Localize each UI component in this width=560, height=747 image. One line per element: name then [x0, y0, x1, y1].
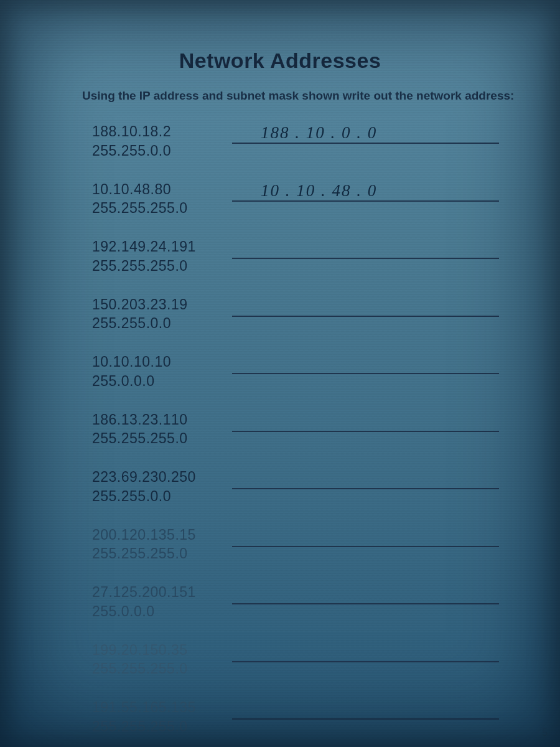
- ip-address: 10.10.10.10: [92, 353, 232, 371]
- problem-list: 188.10.18.2 255.255.0.0 188 . 10 . 0 . 0…: [92, 123, 504, 747]
- answer-rule: [232, 661, 499, 662]
- answer-cell[interactable]: 10 . 10 . 48 . 0: [232, 181, 504, 203]
- ip-address: 27.125.200.151: [92, 583, 232, 601]
- ip-address: 188.10.18.2: [92, 123, 232, 141]
- subnet-mask: 255.0.0.0: [92, 372, 232, 390]
- answer-rule: [232, 488, 499, 489]
- answer-rule: [232, 718, 499, 720]
- problem-row: 223.69.230.250 255.255.0.0: [92, 468, 504, 505]
- subnet-mask: 255.255.255.0: [92, 199, 232, 217]
- subnet-mask: 255.255.255.0: [92, 718, 232, 736]
- ip-address: 192.149.24.191: [92, 238, 232, 256]
- subnet-mask: 255.255.255.0: [92, 660, 232, 678]
- subnet-mask: 255.255.0.0: [92, 487, 232, 505]
- problem-row: 150.203.23.19 255.255.0.0: [92, 296, 504, 333]
- problem-row: 188.10.18.2 255.255.0.0 188 . 10 . 0 . 0: [92, 123, 504, 160]
- ip-mask-cell: 200.120.135.15 255.255.255.0: [92, 526, 232, 563]
- answer-cell[interactable]: 188 . 10 . 0 . 0: [232, 123, 504, 145]
- subnet-mask: 255.255.0.0: [92, 314, 232, 332]
- ip-address: 10.10.48.80: [92, 181, 232, 199]
- subnet-mask: 255.255.255.0: [92, 545, 232, 563]
- subnet-mask: 255.0.0.0: [92, 603, 232, 621]
- problem-row: 192.149.24.191 255.255.255.0: [92, 238, 504, 275]
- answer-rule: [232, 200, 499, 202]
- ip-address: 150.203.23.19: [92, 296, 232, 314]
- ip-mask-cell: 199.20.150.35 255.255.255.0: [92, 641, 232, 679]
- answer-cell[interactable]: [232, 353, 504, 375]
- answer-cell[interactable]: [232, 583, 504, 606]
- answer-rule: [232, 431, 499, 432]
- ip-mask-cell: 188.10.18.2 255.255.0.0: [92, 123, 232, 160]
- subnet-mask: 255.255.255.0: [92, 257, 232, 275]
- problem-row: 191.55.165.135 255.255.255.0: [92, 698, 504, 736]
- answer-cell[interactable]: [232, 468, 504, 491]
- ip-address: 223.69.230.250: [92, 468, 232, 486]
- ip-address: 186.13.23.110: [92, 411, 232, 429]
- ip-mask-cell: 10.10.10.10 255.0.0.0: [92, 353, 232, 390]
- subnet-mask: 255.255.0.0: [92, 142, 232, 160]
- subnet-mask: 255.255.255.0: [92, 430, 232, 448]
- answer-cell[interactable]: [232, 641, 504, 664]
- answer-rule: [232, 603, 499, 604]
- answer-cell[interactable]: [232, 698, 504, 721]
- problem-row: 10.10.48.80 255.255.255.0 10 . 10 . 48 .…: [92, 181, 504, 218]
- answer-cell[interactable]: [232, 411, 504, 433]
- answer-text: 10 . 10 . 48 . 0: [261, 181, 377, 200]
- answer-cell[interactable]: [232, 526, 504, 548]
- ip-mask-cell: 150.203.23.19 255.255.0.0: [92, 296, 232, 333]
- answer-rule: [232, 373, 499, 374]
- answer-text: 188 . 10 . 0 . 0: [261, 123, 377, 143]
- problem-row: 200.120.135.15 255.255.255.0: [92, 526, 504, 563]
- instructions-text: Using the IP address and subnet mask sho…: [82, 89, 523, 103]
- answer-cell[interactable]: [232, 296, 504, 318]
- answer-cell[interactable]: [232, 238, 504, 260]
- ip-mask-cell: 223.69.230.250 255.255.0.0: [92, 468, 232, 505]
- ip-address: 191.55.165.135: [92, 698, 232, 716]
- problem-row: 10.10.10.10 255.0.0.0: [92, 353, 504, 390]
- ip-mask-cell: 192.149.24.191 255.255.255.0: [92, 238, 232, 275]
- page-number: 5: [542, 727, 548, 738]
- problem-row: 186.13.23.110 255.255.255.0: [92, 411, 504, 448]
- worksheet-page: Network Addresses Using the IP address a…: [0, 0, 560, 747]
- ip-mask-cell: 186.13.23.110 255.255.255.0: [92, 411, 232, 448]
- page-title: Network Addresses: [37, 49, 523, 73]
- problem-row: 27.125.200.151 255.0.0.0: [92, 583, 504, 621]
- ip-mask-cell: 10.10.48.80 255.255.255.0: [92, 181, 232, 218]
- ip-address: 200.120.135.15: [92, 526, 232, 544]
- ip-mask-cell: 27.125.200.151 255.0.0.0: [92, 583, 232, 621]
- answer-rule: [232, 258, 499, 259]
- ip-address: 199.20.150.35: [92, 641, 232, 659]
- ip-mask-cell: 191.55.165.135 255.255.255.0: [92, 698, 232, 736]
- answer-rule: [232, 143, 499, 144]
- answer-rule: [232, 546, 499, 547]
- answer-rule: [232, 316, 499, 317]
- problem-row: 199.20.150.35 255.255.255.0: [92, 641, 504, 679]
